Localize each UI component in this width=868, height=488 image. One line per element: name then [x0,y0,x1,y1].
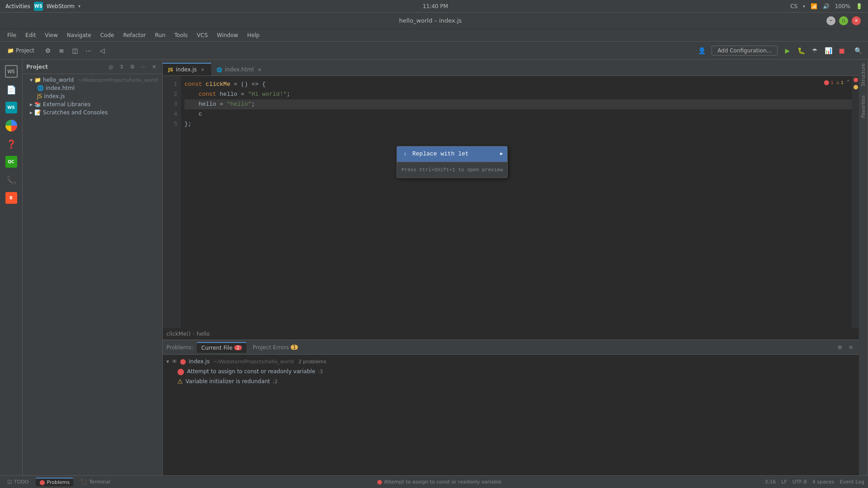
sidebar-icon-phone[interactable]: 📞 [3,172,19,188]
bottom-action-bar: ☑ TODO ⬤ Problems ⬛ Terminal ⬤ Attempt t… [0,475,868,488]
breadcrumb-var[interactable]: hello [197,331,210,337]
run-button[interactable]: ▶ [781,44,794,57]
collapse-icon[interactable]: ◫ [69,44,81,57]
menu-vcs[interactable]: VCS [193,31,211,40]
line-ending-indicator[interactable]: LF [781,479,787,485]
menu-run[interactable]: Run [151,31,169,40]
menu-window[interactable]: Window [213,31,242,40]
tree-item-index-js[interactable]: JS index.js [23,92,162,100]
indent-indicator[interactable]: 4 spaces [812,479,835,485]
more-options-icon[interactable]: ⋯ [82,44,95,57]
menu-view[interactable]: View [41,31,61,40]
menu-bar: File Edit View Navigate Code Refactor Ru… [0,29,868,42]
stop-button[interactable]: ■ [835,44,848,57]
menu-refactor[interactable]: Refactor [119,31,149,40]
language-indicator[interactable]: CS [790,3,797,9]
file-tree: ▾ 📁 hello_world ~/WebstormProjects/hello… [23,74,162,475]
main-layout: WS 📄 WS ❓ QC 📞 B Project ◎ ⇕ ⚙ ⋯ ✕ [0,60,868,475]
panel-settings-icon[interactable]: ⚙ [128,62,137,71]
debug-button[interactable]: 🐛 [795,44,807,57]
sort-icon[interactable]: ≡ [55,44,68,57]
tab-js-close-icon[interactable]: ✕ [199,66,206,73]
sidebar-icon-quickbooks[interactable]: QC [3,154,19,170]
bottom-settings-icon[interactable]: ⚙ [835,343,844,352]
maximize-button[interactable]: □ [839,16,848,25]
sidebar-icon-help[interactable]: ❓ [3,136,19,152]
gutter-warning-indicator[interactable] [854,85,858,89]
code-content[interactable]: const clickMe = () => { const hello = "H… [181,76,859,328]
panel-expand-icon[interactable]: ⇕ [117,62,126,71]
profiler-button[interactable]: 📊 [822,44,835,57]
breadcrumb-bar: clickMe() › hello [163,328,859,340]
hide-panel-icon[interactable]: ◁ [96,44,108,57]
bottom-action-left: ☑ TODO ⬤ Problems ⬛ Terminal [4,478,114,486]
search-everywhere-icon[interactable]: 🔍 [852,44,864,57]
problem-error-line: :3 [318,369,323,375]
menu-file[interactable]: File [4,31,20,40]
favorites-label[interactable]: Favorites [860,95,866,118]
user-icon[interactable]: 👤 [695,44,708,57]
tab-index-html[interactable]: 🌐 index.html ✕ [211,63,268,75]
bottom-tab-current-file[interactable]: Current File 2 [197,342,246,353]
tab-html-close-icon[interactable]: ✕ [256,66,263,73]
bottom-close-icon[interactable]: ✕ [846,343,855,352]
coverage-button[interactable]: ☂ [808,44,821,57]
lang-arrow[interactable]: ▾ [803,4,805,9]
menu-edit[interactable]: Edit [22,31,39,40]
project-selector[interactable]: 📁 Project [4,46,38,55]
event-log-button[interactable]: Event Log [840,479,864,485]
gutter-error-indicator[interactable] [854,78,858,82]
problem-item-error[interactable]: ⬤ Attempt to assign to const or readonly… [163,366,859,376]
menu-tools[interactable]: Tools [171,31,192,40]
problem-warning-icon: ⚠ [177,378,183,385]
tab-html-label: index.html [225,66,254,73]
sidebar-icon-webstorm[interactable]: WS [3,99,19,116]
line-numbers: 1 2 3 4 5 [163,76,181,328]
minimize-button[interactable]: − [826,16,835,25]
bottom-problems-tab[interactable]: ⬤ Problems [36,478,73,486]
breadcrumb-func[interactable]: clickMe() [166,331,191,337]
submenu-arrow-icon: ▶ [500,149,503,159]
bottom-tab-project-errors[interactable]: Project Errors 1 [248,343,303,352]
bottom-todo-tab[interactable]: ☑ TODO [4,478,32,486]
close-button[interactable]: ✕ [852,16,861,25]
line-col-indicator[interactable]: 3:16 [765,479,776,485]
tree-item-root[interactable]: ▾ 📁 hello_world ~/WebstormProjects/hello… [23,76,162,84]
panel-more-icon[interactable]: ⋯ [139,62,148,71]
bottom-terminal-tab[interactable]: ⬛ Terminal [77,478,114,486]
activities-button[interactable]: Activities [5,3,30,9]
app-icon[interactable]: WS [34,2,43,11]
problem-warning-text: Variable initializer is redundant [186,378,270,385]
encoding-indicator[interactable]: UTF-8 [793,479,807,485]
bottom-panel-actions: ⚙ ✕ [835,343,855,352]
tree-scratches-label: Scratches and Consoles [43,109,108,116]
app-name[interactable]: WebStorm [47,3,75,9]
warning-icon: ⚠ [836,78,840,88]
problem-item-warning[interactable]: ⚠ Variable initializer is redundant :2 [163,376,859,386]
sidebar-icon-logo[interactable]: WS [3,63,19,80]
tree-item-scratches[interactable]: ▸ 📝 Scratches and Consoles [23,108,162,117]
panel-hide-icon[interactable]: ✕ [150,62,159,71]
warning-count: 1 [841,78,844,88]
tab-index-js[interactable]: JS index.js ✕ [163,63,211,75]
code-editor[interactable]: 1 2 3 4 5 const clickMe = () => { const … [163,76,859,328]
todo-icon: ☑ [7,479,12,485]
sidebar-icon-chrome[interactable] [3,117,19,134]
settings-icon[interactable]: ⚙ [42,44,54,57]
menu-code[interactable]: Code [97,31,118,40]
context-menu-replace-with-let[interactable]: ↕ Replace with let ▶ [397,146,507,162]
tree-item-index-html[interactable]: 🌐 index.html [23,84,162,92]
structure-label[interactable]: Structure [860,63,866,86]
sidebar-icon-brave[interactable]: B [3,190,19,206]
app-arrow[interactable]: ▾ [78,4,80,9]
panel-locate-icon[interactable]: ◎ [106,62,115,71]
problems-file-node[interactable]: ▾ 👁 ⬤ index.js ~/WebstormProjects/hello_… [163,357,859,366]
menu-navigate[interactable]: Navigate [63,31,95,40]
add-configuration-button[interactable]: Add Configuration... [712,46,778,56]
sidebar-icon-document[interactable]: 📄 [3,81,19,98]
collapse-editor-icon[interactable]: ⌃ [846,78,850,88]
keyword-const-2: const [198,89,216,99]
terminal-icon: ⬛ [80,479,87,485]
menu-help[interactable]: Help [244,31,263,40]
tree-item-external-libraries[interactable]: ▸ 📚 External Libraries [23,100,162,108]
